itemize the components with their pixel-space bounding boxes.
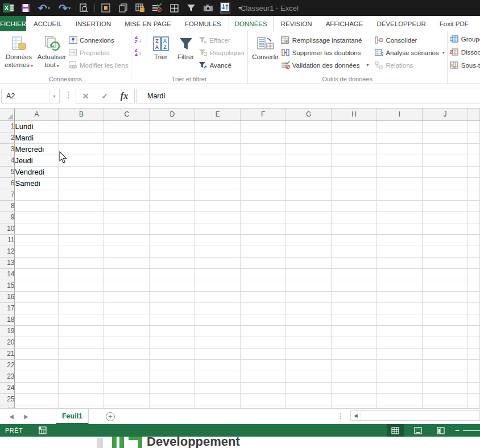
cell-I24[interactable]	[377, 382, 423, 393]
cell-F7[interactable]	[241, 189, 286, 200]
cell-C22[interactable]	[104, 359, 150, 371]
cell-I2[interactable]	[377, 132, 423, 143]
worksheet-grid[interactable]: ABCDEFGHIJ1Lundi2Mardi3Mercredi4Jeudi5Ve…	[0, 109, 480, 408]
cell-E11[interactable]	[195, 234, 241, 246]
cell-D6[interactable]	[150, 177, 195, 189]
cell-I12[interactable]	[377, 246, 423, 257]
zoom-slider[interactable]	[463, 430, 480, 431]
cell-F17[interactable]	[241, 302, 286, 314]
cell-B15[interactable]	[59, 280, 104, 291]
zoom-out-button[interactable]: −	[455, 426, 460, 435]
cell-G4[interactable]	[286, 155, 332, 166]
sort-dialog-icon[interactable]	[217, 1, 234, 15]
cell-B24[interactable]	[59, 382, 104, 393]
cell-G13[interactable]	[286, 257, 332, 268]
cell-F4[interactable]	[241, 155, 286, 166]
cell-H14[interactable]	[332, 268, 377, 280]
row-header-11[interactable]: 11	[0, 234, 15, 246]
cell-C6[interactable]	[104, 177, 150, 189]
row-header-9[interactable]: 9	[0, 211, 15, 223]
cell-C17[interactable]	[104, 302, 150, 314]
cell-I22[interactable]	[377, 359, 423, 371]
cell-E20[interactable]	[195, 337, 241, 348]
cell-C9[interactable]	[104, 211, 150, 223]
cell-B7[interactable]	[59, 189, 104, 200]
cell-G5[interactable]	[286, 166, 332, 177]
cell-C16[interactable]	[104, 291, 150, 302]
cell-J3[interactable]	[422, 143, 467, 155]
cell-F23[interactable]	[241, 371, 286, 382]
cell-H22[interactable]	[332, 359, 377, 371]
cell-J1[interactable]	[422, 121, 467, 132]
cell-G21[interactable]	[286, 348, 332, 359]
print-preview-icon[interactable]	[75, 1, 92, 15]
cell-C25[interactable]	[104, 393, 150, 405]
cell-A6[interactable]: Samedi	[15, 177, 59, 189]
cell-E4[interactable]	[195, 155, 241, 166]
cell-I5[interactable]	[377, 166, 423, 177]
undo-dropdown-caret-icon[interactable]: ▾	[48, 6, 55, 11]
remplissage-instantane-button[interactable]: Remplissage instantané	[281, 35, 369, 45]
cell-G7[interactable]	[286, 189, 332, 200]
cell-D13[interactable]	[150, 257, 195, 268]
cell-D3[interactable]	[150, 143, 195, 155]
cell-I14[interactable]	[377, 268, 423, 280]
cell-C13[interactable]	[104, 257, 150, 268]
formula-input[interactable]: Mardi	[136, 89, 480, 103]
row-header-10[interactable]: 10	[0, 223, 15, 234]
cell-D18[interactable]	[150, 314, 195, 325]
cell-D4[interactable]	[150, 155, 195, 166]
cell-F8[interactable]	[241, 200, 286, 211]
cell-A21[interactable]	[15, 348, 59, 359]
cell-D14[interactable]	[150, 268, 195, 280]
cell-B10[interactable]	[59, 223, 104, 234]
cell-A2[interactable]: Mardi	[15, 132, 59, 143]
cell-D19[interactable]	[150, 325, 195, 337]
cell-J25[interactable]	[422, 393, 467, 405]
row-header-19[interactable]: 19	[0, 325, 15, 337]
cell-E21[interactable]	[195, 348, 241, 359]
cell-J7[interactable]	[422, 189, 467, 200]
cell-G25[interactable]	[286, 393, 332, 405]
row-header-18[interactable]: 18	[0, 314, 15, 325]
cell-C14[interactable]	[104, 268, 150, 280]
cell-D24[interactable]	[150, 382, 195, 393]
cell-B25[interactable]	[59, 393, 104, 405]
row-header-5[interactable]: 5	[0, 166, 15, 177]
column-header-G[interactable]: G	[286, 109, 332, 121]
cell-G3[interactable]	[286, 143, 332, 155]
cell-J5[interactable]	[422, 166, 467, 177]
data-validation-qat-icon[interactable]	[148, 1, 165, 15]
cell-B19[interactable]	[59, 325, 104, 337]
row-header-13[interactable]: 13	[0, 257, 15, 268]
cell-H17[interactable]	[332, 302, 377, 314]
cell-C19[interactable]	[104, 325, 150, 337]
cell-G10[interactable]	[286, 223, 332, 234]
row-header-6[interactable]: 6	[0, 177, 15, 189]
cell-G2[interactable]	[286, 132, 332, 143]
sort-descending-button[interactable]: ZA↓	[135, 48, 147, 56]
cell-A7[interactable]	[15, 189, 59, 200]
cell-G6[interactable]	[286, 177, 332, 189]
cell-A25[interactable]	[15, 393, 59, 405]
cell-C23[interactable]	[104, 371, 150, 382]
cell-I23[interactable]	[377, 371, 423, 382]
cell-J19[interactable]	[422, 325, 467, 337]
validation-donnees-button[interactable]: Validation des données ▾	[281, 60, 369, 70]
cell-E3[interactable]	[195, 143, 241, 155]
new-sheet-button[interactable]: +	[106, 412, 115, 421]
cell-C12[interactable]	[104, 246, 150, 257]
cell-H2[interactable]	[332, 132, 377, 143]
cell-J12[interactable]	[422, 246, 467, 257]
validation-dropdown-caret-icon[interactable]: ▾	[366, 63, 369, 68]
row-header-7[interactable]: 7	[0, 189, 15, 200]
cell-J17[interactable]	[422, 302, 467, 314]
cell-I8[interactable]	[377, 200, 423, 211]
cell-B9[interactable]	[59, 211, 104, 223]
cell-F25[interactable]	[241, 393, 286, 405]
cell-H16[interactable]	[332, 291, 377, 302]
scenarios-dropdown-caret-icon[interactable]: ▾	[442, 50, 445, 55]
cell-I17[interactable]	[377, 302, 423, 314]
cell-A19[interactable]	[15, 325, 59, 337]
cell-B12[interactable]	[59, 246, 104, 257]
